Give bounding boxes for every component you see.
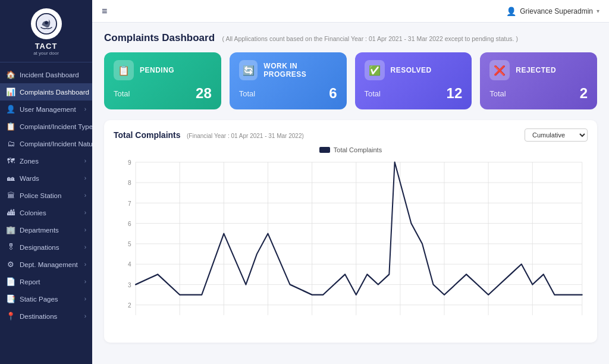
sidebar-item-zones[interactable]: 🗺 Zones › — [0, 152, 92, 170]
card-top-pending: 📋 PENDING — [114, 60, 212, 80]
nav-label-destinations: Destinations — [20, 313, 80, 320]
user-label: Grievance Superadmin — [520, 7, 593, 15]
chart-subtitle: (Financial Year : 01 Apr 2021 - 31 Mar 2… — [187, 133, 304, 139]
sidebar-item-complaint-incident-nature[interactable]: 🗂 Complaint/Incident Nature › — [0, 135, 92, 152]
card-top-resolved: ✅ RESOLVED — [365, 60, 463, 80]
chart-header: Total Complaints (Financial Year : 01 Ap… — [114, 128, 588, 142]
nav-label-dept-management: Dept. Management — [20, 261, 80, 268]
nav-icon-static-pages: 📑 — [6, 294, 15, 303]
card-icon-rejected: ❌ — [489, 60, 510, 80]
sidebar-item-departments[interactable]: 🏢 Departments › — [0, 221, 92, 239]
card-top-wip: 🔄 WORK IN PROGRESS — [239, 60, 337, 80]
card-bottom-resolved: Total 12 — [365, 85, 463, 102]
sidebar-item-user-management[interactable]: 👤 User Management › — [0, 101, 92, 118]
sidebar-item-designations[interactable]: 🎖 Designations › — [0, 239, 92, 256]
card-icon-wip: 🔄 — [239, 60, 258, 80]
nav-icon-complaints-dashboard: 📊 — [6, 87, 15, 96]
logo-title: TACT — [35, 42, 58, 51]
nav-label-police-station: Police Station — [20, 192, 80, 199]
nav-arrow-destinations: › — [84, 313, 86, 319]
nav-icon-zones: 🗺 — [6, 156, 15, 165]
sidebar: TACT at your door 🏠 Incident Dashboard 📊… — [0, 0, 92, 364]
sidebar-item-police-station[interactable]: 🏛 Police Station › — [0, 187, 92, 204]
hamburger-icon[interactable]: ≡ — [102, 6, 107, 17]
card-total-label-rejected: Total — [489, 89, 506, 98]
user-dropdown-arrow[interactable]: ▾ — [597, 8, 599, 14]
nav-icon-colonies: 🏙 — [6, 208, 15, 217]
card-icon-resolved: ✅ — [365, 60, 385, 80]
chart-legend: Total Complaints — [114, 146, 588, 153]
sidebar-item-destinations[interactable]: 📍 Destinations › — [0, 307, 92, 325]
chart-filter[interactable]: CumulativeMonthly — [525, 128, 588, 142]
status-card-pending: 📋 PENDING Total 28 — [104, 52, 221, 109]
nav-label-complaint-incident-nature: Complaint/Incident Nature — [20, 140, 92, 148]
card-total-value-pending: 28 — [196, 85, 212, 102]
sidebar-item-dept-management[interactable]: ⚙ Dept. Management › — [0, 256, 92, 273]
page-subtitle: ( All Applications count based on the Fi… — [222, 35, 518, 42]
svg-text:2: 2 — [128, 301, 131, 309]
svg-text:6: 6 — [128, 219, 131, 227]
topbar-left: ≡ — [102, 6, 107, 17]
svg-text:8: 8 — [128, 179, 131, 187]
nav-label-zones: Zones — [20, 158, 80, 165]
nav-arrow-static-pages: › — [84, 296, 86, 302]
sidebar-nav: 🏠 Incident Dashboard 📊 Complaints Dashbo… — [0, 62, 92, 364]
card-label-resolved: RESOLVED — [391, 66, 432, 74]
card-bottom-wip: Total 6 — [239, 85, 337, 102]
nav-icon-destinations: 📍 — [6, 312, 15, 321]
card-total-value-wip: 6 — [329, 85, 337, 102]
nav-label-incident-dashboard: Incident Dashboard — [20, 71, 86, 79]
nav-arrow-dept-management: › — [84, 261, 86, 268]
nav-label-complaints-dashboard: Complaints Dashboard — [20, 89, 89, 96]
nav-icon-dept-management: ⚙ — [6, 260, 15, 269]
topbar-right: 👤 Grievance Superadmin ▾ — [506, 7, 599, 16]
nav-icon-user-management: 👤 — [6, 105, 15, 114]
sidebar-item-wards[interactable]: 🏘 Wards › — [0, 170, 92, 187]
card-bottom-pending: Total 28 — [114, 85, 212, 102]
chart-container: 9 8 7 6 5 4 3 2 — [114, 156, 588, 334]
nav-icon-report: 📄 — [6, 277, 15, 286]
main-content: Complaints Dashboard ( All Applications … — [92, 23, 609, 364]
card-total-label-resolved: Total — [365, 89, 381, 98]
nav-icon-complaint-incident-nature: 🗂 — [6, 139, 15, 148]
nav-label-designations: Designations — [20, 244, 80, 251]
chart-svg: 9 8 7 6 5 4 3 2 — [114, 156, 588, 334]
logo-circle — [31, 8, 62, 39]
logo-area: TACT at your door — [0, 0, 92, 62]
nav-icon-police-station: 🏛 — [6, 191, 15, 200]
legend-dot — [319, 147, 330, 153]
card-label-rejected: REJECTED — [516, 66, 556, 74]
nav-label-user-management: User Management — [20, 106, 80, 113]
nav-icon-departments: 🏢 — [6, 225, 15, 234]
nav-label-report: Report — [20, 278, 80, 285]
sidebar-item-report[interactable]: 📄 Report › — [0, 273, 92, 290]
page-title: Complaints Dashboard — [104, 32, 215, 43]
nav-arrow-wards: › — [84, 175, 86, 181]
chart-section: Total Complaints (Financial Year : 01 Ap… — [104, 120, 597, 343]
chart-filter-select[interactable]: CumulativeMonthly — [525, 128, 588, 142]
svg-text:3: 3 — [128, 281, 131, 288]
nav-arrow-report: › — [84, 278, 86, 285]
nav-label-static-pages: Static Pages — [20, 296, 80, 303]
status-cards: 📋 PENDING Total 28 🔄 WORK IN PROGRESS To… — [104, 52, 597, 109]
nav-label-complaint-incident-type: Complaint/Incident Type — [20, 123, 92, 130]
nav-arrow-police-station: › — [84, 192, 86, 199]
sidebar-item-complaint-incident-type[interactable]: 📋 Complaint/Incident Type › — [0, 118, 92, 135]
nav-arrow-colonies: › — [84, 209, 86, 216]
sidebar-item-colonies[interactable]: 🏙 Colonies › — [0, 204, 92, 221]
svg-text:7: 7 — [128, 199, 131, 207]
chart-title-area: Total Complaints (Financial Year : 01 Ap… — [114, 130, 304, 140]
nav-icon-incident-dashboard: 🏠 — [6, 70, 15, 79]
sidebar-item-static-pages[interactable]: 📑 Static Pages › — [0, 290, 92, 307]
nav-arrow-user-management: › — [84, 106, 86, 112]
nav-arrow-departments: › — [84, 227, 86, 233]
sidebar-item-complaints-dashboard[interactable]: 📊 Complaints Dashboard — [0, 83, 92, 101]
card-total-label-pending: Total — [114, 89, 130, 98]
sidebar-item-incident-dashboard[interactable]: 🏠 Incident Dashboard — [0, 66, 92, 83]
nav-icon-complaint-incident-type: 📋 — [6, 122, 15, 131]
page-title-row: Complaints Dashboard ( All Applications … — [104, 32, 597, 44]
status-card-wip: 🔄 WORK IN PROGRESS Total 6 — [230, 52, 347, 109]
nav-label-wards: Wards — [20, 175, 80, 182]
card-total-value-resolved: 12 — [447, 85, 463, 102]
legend-label: Total Complaints — [334, 146, 382, 153]
